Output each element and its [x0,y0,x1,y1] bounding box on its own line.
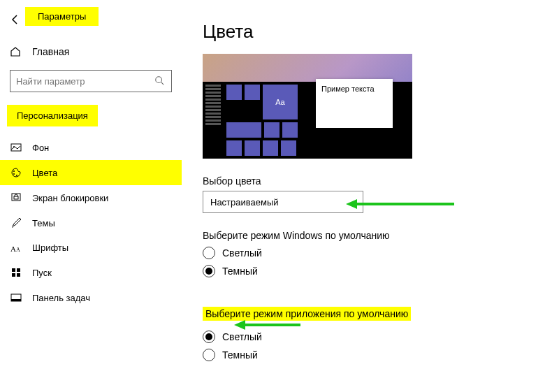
nav-label: Фон [32,143,49,153]
windows-mode-dark[interactable]: Темный [203,265,545,277]
home-label: Главная [32,46,69,57]
nav-item-themes[interactable]: Темы [0,210,182,235]
svg-point-5 [13,173,15,175]
svg-rect-12 [17,268,20,272]
svg-point-0 [156,76,162,82]
theme-preview: Aa Пример текста [203,54,412,159]
svg-marker-20 [234,320,245,330]
svg-rect-14 [17,273,20,277]
nav-item-taskbar[interactable]: Панель задач [0,285,182,310]
app-title: Параметры [25,7,99,26]
back-button[interactable] [6,10,25,29]
svg-text:A: A [16,247,20,253]
radio-label: Светлый [222,247,262,259]
svg-rect-8 [14,196,18,199]
app-mode-light[interactable]: Светлый [203,331,545,343]
nav-label: Экран блокировки [32,193,108,203]
sidebar: Параметры Главная Персонализация Фон Цве… [0,0,182,392]
image-icon [10,142,22,153]
brush-icon [10,217,22,228]
svg-rect-11 [12,268,15,272]
app-mode-dark[interactable]: Темный [203,349,545,361]
nav-item-background[interactable]: Фон [0,135,182,160]
annotation-arrow-1 [346,197,458,211]
annotation-arrow-2 [234,318,304,332]
start-icon [10,267,22,278]
font-icon: AA [10,243,22,253]
nav-label: Цвета [32,168,57,178]
svg-rect-13 [12,273,15,277]
svg-text:A: A [10,245,16,253]
radio-icon [203,349,215,361]
home-link[interactable]: Главная [0,41,182,63]
nav-label: Панель задач [32,293,90,303]
search-icon [154,75,166,87]
lock-screen-icon [10,192,22,203]
svg-point-6 [16,175,17,176]
nav-label: Темы [32,218,55,228]
preview-window: Пример текста [316,79,393,128]
radio-label: Темный [222,266,258,277]
page-title: Цвета [203,21,545,43]
nav-item-colors[interactable]: Цвета [0,160,182,185]
svg-line-1 [161,82,164,85]
radio-icon [203,247,215,259]
color-choice-value: Настраиваемый [210,197,279,208]
main-content: Цвета Aa Пример текста Выбор ц [182,0,559,392]
nav-item-start[interactable]: Пуск [0,260,182,285]
color-choice-select[interactable]: Настраиваемый ⌄ [203,191,363,213]
svg-rect-16 [11,299,21,301]
nav-label: Шрифты [32,242,68,253]
radio-label: Светлый [222,331,262,342]
windows-mode-label: Выберите режим Windows по умолчанию [203,230,545,241]
nav-item-fonts[interactable]: AA Шрифты [0,235,182,260]
radio-icon [203,331,215,343]
search-input-wrapper[interactable] [10,70,172,92]
radio-icon [203,265,215,277]
nav-item-lockscreen[interactable]: Экран блокировки [0,185,182,210]
color-choice-label: Выбор цвета [203,175,545,187]
palette-icon [10,167,22,178]
windows-mode-light[interactable]: Светлый [203,247,545,259]
arrow-left-icon [10,14,21,25]
taskbar-icon [10,292,22,303]
svg-point-4 [13,170,15,172]
section-label: Персонализация [7,105,98,126]
radio-label: Темный [222,349,258,361]
svg-marker-18 [346,199,357,209]
home-icon [10,46,22,57]
search-input[interactable] [16,76,154,87]
preview-tile-aa: Aa [263,85,298,119]
nav-label: Пуск [32,268,52,278]
